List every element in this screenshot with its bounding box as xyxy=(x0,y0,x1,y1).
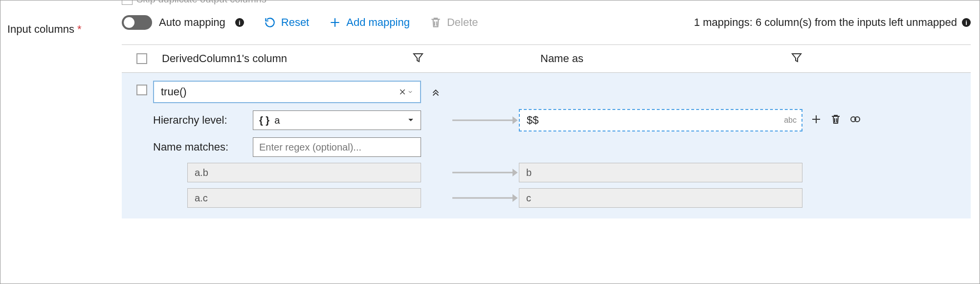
hierarchy-row: Hierarchy level: { } a xyxy=(153,110,421,130)
mapping-sub-row: a.b b xyxy=(153,163,861,182)
filter-icon[interactable] xyxy=(412,52,424,66)
auto-mapping-toggle[interactable] xyxy=(122,15,152,30)
braces-icon: { } xyxy=(259,115,269,126)
clear-condition-icon[interactable] xyxy=(399,88,413,96)
add-mapping-button[interactable]: Add mapping xyxy=(329,16,410,29)
hierarchy-select[interactable]: { } a xyxy=(253,110,421,130)
chevron-down-icon xyxy=(407,115,415,126)
mapping-rule: true() Hierarchy level: { } a xyxy=(122,73,971,218)
rule-checkbox[interactable] xyxy=(136,85,147,95)
collapse-button[interactable] xyxy=(421,87,450,97)
name-matches-row: Name matches: xyxy=(153,137,421,157)
trash-icon xyxy=(429,16,442,29)
mapping-status: 1 mappings: 6 column(s) from the inputs … xyxy=(694,16,971,29)
arrow-icon xyxy=(450,194,519,202)
delete-label: Delete xyxy=(447,16,478,29)
delete-button: Delete xyxy=(429,16,478,29)
condition-value: true() xyxy=(161,86,187,98)
delete-rule-button[interactable] xyxy=(830,113,842,128)
required-mark: * xyxy=(77,23,82,35)
source-column: a.b xyxy=(187,163,421,182)
reset-label: Reset xyxy=(281,16,309,29)
column2-header: Name as xyxy=(540,52,583,65)
destination-column: b xyxy=(519,163,802,182)
arrow-icon xyxy=(450,116,519,125)
name-as-value: $$ xyxy=(527,114,538,127)
add-button[interactable] xyxy=(810,113,822,128)
select-all-checkbox[interactable] xyxy=(136,53,147,64)
hierarchy-value: a xyxy=(274,115,280,126)
table-header: DerivedColumn1's column Name as xyxy=(122,45,971,72)
add-mapping-label: Add mapping xyxy=(346,16,410,29)
plus-icon xyxy=(329,16,341,29)
column1-header: DerivedColumn1's column xyxy=(162,52,287,65)
name-matches-input[interactable] xyxy=(253,137,421,157)
auto-mapping-toggle-group: Auto mapping i xyxy=(122,15,244,30)
auto-mapping-label: Auto mapping xyxy=(159,16,225,29)
info-icon[interactable]: i xyxy=(235,18,244,27)
rule-actions xyxy=(802,113,861,128)
mapping-sub-row: a.c c xyxy=(153,188,861,208)
toolbar: Auto mapping i Reset Add mapping Delete … xyxy=(122,0,971,44)
reset-button[interactable]: Reset xyxy=(264,16,309,29)
name-as-input[interactable]: $$ abc xyxy=(519,109,802,131)
filter-icon[interactable] xyxy=(791,52,802,66)
link-icon[interactable] xyxy=(849,113,861,128)
reset-icon xyxy=(264,16,276,29)
arrow-icon xyxy=(450,168,519,177)
type-hint: abc xyxy=(784,116,797,125)
source-column: a.c xyxy=(187,188,421,208)
condition-input[interactable]: true() xyxy=(153,81,421,103)
hierarchy-label: Hierarchy level: xyxy=(153,114,243,127)
input-columns-label: Input columns xyxy=(7,23,74,35)
info-icon[interactable]: i xyxy=(962,18,971,27)
mapping-status-text: 1 mappings: 6 column(s) from the inputs … xyxy=(694,16,957,29)
section-label: Input columns* xyxy=(7,23,82,36)
destination-column: c xyxy=(519,188,802,208)
name-matches-label: Name matches: xyxy=(153,141,243,153)
